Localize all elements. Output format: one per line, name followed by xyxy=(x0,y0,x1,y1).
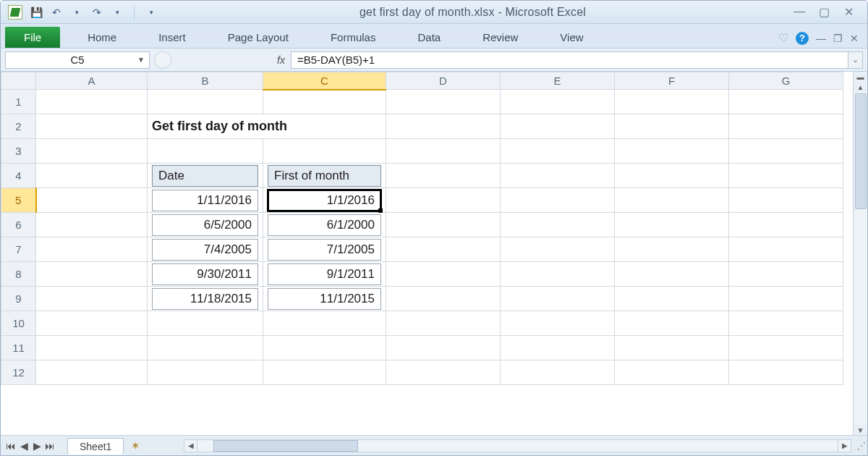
formula-bar-row: C5 ▼ fx =B5-DAY(B5)+1 ⌄ xyxy=(1,48,867,72)
tab-home[interactable]: Home xyxy=(76,27,128,48)
sheet-nav-buttons: ⏮ ◀ ▶ ⏭ xyxy=(1,440,60,452)
title-bar: 💾 ↶ ▾ ↷ ▾ ▾ get first day of month.xlsx … xyxy=(1,1,867,24)
split-box-icon[interactable]: ▬ xyxy=(854,72,867,82)
col-header-a[interactable]: A xyxy=(36,72,148,90)
row-header-9[interactable]: 9 xyxy=(1,287,36,311)
row-header-3[interactable]: 3 xyxy=(1,139,36,164)
col-header-d[interactable]: D xyxy=(386,72,501,90)
minimize-ribbon-icon[interactable]: ♡ xyxy=(778,31,788,45)
scroll-left-icon[interactable]: ◀ xyxy=(184,440,197,452)
resize-gripper-icon[interactable]: ⋰ xyxy=(857,441,867,451)
row-header-5[interactable]: 5 xyxy=(1,188,36,213)
qat-customize-icon[interactable]: ▾ xyxy=(145,6,158,19)
sheet-nav-prev-icon[interactable]: ◀ xyxy=(18,440,30,452)
row-header-2[interactable]: 2 xyxy=(1,114,36,139)
tab-page-layout[interactable]: Page Layout xyxy=(216,27,300,48)
maximize-icon[interactable]: ▢ xyxy=(817,5,831,19)
tab-view[interactable]: View xyxy=(548,27,595,48)
excel-app-icon[interactable] xyxy=(8,5,22,20)
col-header-b[interactable]: B xyxy=(148,72,263,90)
cancel-formula-icon[interactable] xyxy=(154,51,171,69)
tab-formulas[interactable]: Formulas xyxy=(319,27,388,48)
cell-b5[interactable]: 1/11/2016 xyxy=(152,190,258,211)
window-title: get first day of month.xlsx - Microsoft … xyxy=(165,6,780,19)
expand-formula-bar-icon[interactable]: ⌄ xyxy=(848,51,863,69)
help-icon[interactable]: ? xyxy=(796,32,809,45)
sheet-tab-active[interactable]: Sheet1 xyxy=(67,438,124,455)
qat-separator xyxy=(134,5,135,20)
ribbon-tabs: File Home Insert Page Layout Formulas Da… xyxy=(1,24,867,48)
vscroll-thumb[interactable] xyxy=(855,93,867,209)
workbook-close-icon[interactable]: ✕ xyxy=(850,33,859,44)
undo-icon[interactable]: ↶ xyxy=(50,6,63,19)
close-icon[interactable]: ✕ xyxy=(841,5,856,19)
worksheet-area: A B C D E F G 1 2 Get first day of month… xyxy=(1,72,867,435)
col-header-e[interactable]: E xyxy=(501,72,615,90)
quick-access-toolbar: 💾 ↶ ▾ ↷ ▾ ▾ xyxy=(1,5,165,20)
cell-c7[interactable]: 7/1/2005 xyxy=(268,239,381,261)
row-header-10[interactable]: 10 xyxy=(1,311,36,336)
new-sheet-icon[interactable]: ✶ xyxy=(131,439,140,452)
save-icon[interactable]: 💾 xyxy=(30,6,43,19)
row-header-11[interactable]: 11 xyxy=(1,336,36,360)
cell-c8[interactable]: 9/1/2011 xyxy=(268,263,381,285)
cell-b9[interactable]: 11/18/2015 xyxy=(152,288,258,310)
cell-c6[interactable]: 6/1/2000 xyxy=(268,214,381,236)
window-controls: ― ▢ ✕ xyxy=(780,5,867,19)
file-tab[interactable]: File xyxy=(5,27,60,48)
tab-insert[interactable]: Insert xyxy=(147,27,197,48)
cell-c5-selected[interactable]: 1/1/2016 xyxy=(268,190,381,211)
vertical-scrollbar[interactable]: ▬ ▲ ▼ xyxy=(853,72,867,435)
scroll-down-icon[interactable]: ▼ xyxy=(854,425,867,435)
hscroll-thumb[interactable] xyxy=(213,440,358,452)
cell-c9[interactable]: 11/1/2015 xyxy=(268,288,381,310)
cell-b6[interactable]: 6/5/2000 xyxy=(152,214,258,236)
row-header-8[interactable]: 8 xyxy=(1,262,36,287)
col-header-g[interactable]: G xyxy=(729,72,843,90)
table-header-date: Date xyxy=(152,165,258,187)
app-window: 💾 ↶ ▾ ↷ ▾ ▾ get first day of month.xlsx … xyxy=(0,0,868,456)
name-box-dropdown-icon[interactable]: ▼ xyxy=(137,56,145,64)
workbook-restore-icon[interactable]: ❐ xyxy=(833,33,843,44)
spreadsheet-grid[interactable]: A B C D E F G 1 2 Get first day of month… xyxy=(1,72,843,385)
sheet-nav-last-icon[interactable]: ⏭ xyxy=(44,440,56,452)
sheet-tab-bar: ⏮ ◀ ▶ ⏭ Sheet1 ✶ ◀ ▶ ⋰ xyxy=(1,435,867,455)
col-header-c[interactable]: C xyxy=(263,72,386,90)
row-header-7[interactable]: 7 xyxy=(1,237,36,262)
sheet-nav-next-icon[interactable]: ▶ xyxy=(31,440,43,452)
formula-bar-input[interactable]: =B5-DAY(B5)+1 xyxy=(291,51,848,69)
horizontal-scrollbar[interactable]: ◀ ▶ xyxy=(184,439,851,452)
undo-dropdown-icon[interactable]: ▾ xyxy=(70,6,83,19)
scroll-up-icon[interactable]: ▲ xyxy=(854,82,867,92)
name-box-value: C5 xyxy=(70,54,84,66)
cell-b7[interactable]: 7/4/2005 xyxy=(152,239,258,261)
table-header-first: First of month xyxy=(268,165,381,187)
minimize-icon[interactable]: ― xyxy=(792,5,807,19)
row-header-4[interactable]: 4 xyxy=(1,164,36,188)
row-header-1[interactable]: 1 xyxy=(1,90,36,114)
cell-b8[interactable]: 9/30/2011 xyxy=(152,263,258,285)
redo-dropdown-icon[interactable]: ▾ xyxy=(111,6,124,19)
sheet-nav-first-icon[interactable]: ⏮ xyxy=(5,440,17,452)
row-header-6[interactable]: 6 xyxy=(1,213,36,237)
grid[interactable]: A B C D E F G 1 2 Get first day of month… xyxy=(1,72,853,435)
sheet-title: Get first day of month xyxy=(152,119,287,133)
name-box[interactable]: C5 ▼ xyxy=(5,51,150,69)
workbook-minimize-icon[interactable]: ― xyxy=(816,33,826,44)
tab-review[interactable]: Review xyxy=(471,27,529,48)
scroll-right-icon[interactable]: ▶ xyxy=(838,440,851,452)
redo-icon[interactable]: ↷ xyxy=(90,6,103,19)
select-all-corner[interactable] xyxy=(1,72,36,90)
row-header-12[interactable]: 12 xyxy=(1,360,36,385)
formula-text: =B5-DAY(B5)+1 xyxy=(297,54,375,66)
tab-data[interactable]: Data xyxy=(406,27,452,48)
fx-icon[interactable]: fx xyxy=(277,54,285,66)
vscroll-track[interactable] xyxy=(854,92,867,425)
col-header-f[interactable]: F xyxy=(615,72,729,90)
